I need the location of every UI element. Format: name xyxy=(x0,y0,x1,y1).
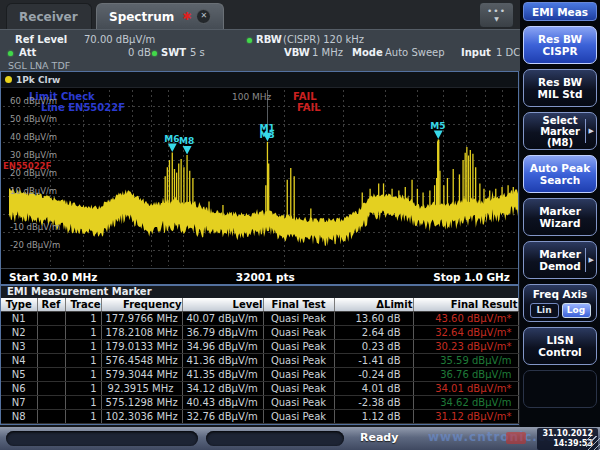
cell xyxy=(37,396,65,410)
marker-m5-icon[interactable] xyxy=(434,131,443,140)
y-axis-tick-label: -10 dBµV/m xyxy=(10,222,60,232)
watermark-logo xyxy=(506,432,526,444)
marker-row-N8[interactable]: N81102.3036 MHz32.76 dBµV/mQuasi Peak1.1… xyxy=(1,410,518,424)
submenu-arrow-icon: ▶ xyxy=(585,248,594,272)
spectrum-window: 1Pk Clrw Limit CheckFAILLine EN55022FFAI… xyxy=(0,71,519,285)
marker-row-N7[interactable]: N71575.1298 MHz40.43 dBµV/mQuasi Peak-2.… xyxy=(1,396,518,410)
y-axis-tick-label: 40 dBµV/m xyxy=(10,132,57,142)
cell: N3 xyxy=(1,340,37,354)
start-frequency[interactable]: Start 30.0 MHz xyxy=(9,271,97,283)
softkey-resbw-cispr[interactable]: Res BWCISPR xyxy=(523,26,597,64)
cell: 4.01 dB xyxy=(334,382,413,396)
trace-info-bar[interactable]: 1Pk Clrw xyxy=(1,72,518,88)
marker-row-N1[interactable]: N11177.9766 MHz40.07 dBµV/mQuasi Peak13.… xyxy=(1,312,518,326)
cell: 36.79 dBµV/m xyxy=(182,326,263,340)
settings-header: Ref Level 70.00 dBµV/m RBW (CISPR) 120 k… xyxy=(0,29,520,71)
cell: N4 xyxy=(1,354,37,368)
cell: N6 xyxy=(1,382,37,396)
softkey-autopeak-search[interactable]: Auto PeakSearch xyxy=(523,155,597,193)
cell: 2.64 dB xyxy=(334,326,413,340)
softkey-label: Select xyxy=(543,115,578,126)
marker-row-N5[interactable]: N51579.3044 MHz41.35 dBµV/mQuasi Peak-0.… xyxy=(1,368,518,382)
marker-label-m3: M3 xyxy=(259,130,274,140)
marker-row-N6[interactable]: N6192.3915 MHz34.12 dBµV/mQuasi Peak4.01… xyxy=(1,382,518,396)
softkey-label: Wizard xyxy=(539,217,580,229)
cell: Quasi Peak xyxy=(263,410,334,424)
tab-spectrum-label: Spectrum xyxy=(109,10,174,24)
cell: 1 xyxy=(65,382,101,396)
softkey-select-marker-m8[interactable]: SelectMarker(M8)▶ xyxy=(523,112,597,150)
swt-value[interactable]: 5 s xyxy=(190,47,205,58)
softkey-label: MIL Std xyxy=(538,88,583,100)
tab-spectrum[interactable]: Spectrum ✱ ✕ xyxy=(96,3,224,29)
grid-frequency-label: 100 MHz xyxy=(232,92,272,102)
softkey-freqaxis[interactable]: Freq AxisLinLog xyxy=(523,284,597,322)
mode-label: Mode xyxy=(352,47,383,58)
att-led-icon xyxy=(8,51,13,56)
toggle-option-log[interactable]: Log xyxy=(562,303,591,318)
softkey-marker-demod[interactable]: MarkerDemod▶ xyxy=(523,241,597,279)
column-header-finalresult: Final Result xyxy=(413,298,518,312)
softkey-lisn-control[interactable]: LISNControl xyxy=(523,327,597,365)
input-value[interactable]: 1 DC xyxy=(496,47,520,58)
stop-frequency[interactable]: Stop 1.0 GHz xyxy=(433,271,510,283)
chevron-down-icon: ▼ xyxy=(494,15,499,22)
rbw-value[interactable]: (CISPR) 120 kHz xyxy=(283,34,364,45)
status-bar: Ready www.cntronic.com 31.10.2012 14:39:… xyxy=(0,427,600,450)
softkey-marker-wizard[interactable]: MarkerWizard xyxy=(523,198,597,236)
cell: 41.35 dBµV/m xyxy=(182,368,263,382)
cell: Quasi Peak xyxy=(263,368,334,382)
softkey-empty-8[interactable] xyxy=(523,370,597,408)
cell xyxy=(37,382,65,396)
mode-value[interactable]: Auto Sweep xyxy=(385,47,445,58)
cell: -1.41 dB xyxy=(334,354,413,368)
spectrum-plot-svg: Limit CheckFAILLine EN55022FFAIL100 MHzE… xyxy=(1,88,518,268)
rbw-led-icon xyxy=(247,38,252,43)
column-header-finaltest: Final Test xyxy=(263,298,334,312)
final-result-cell: 34.62 dBµV/m xyxy=(413,396,518,410)
cell: 179.0133 MHz xyxy=(101,340,182,354)
marker-row-N2[interactable]: N21178.2108 MHz36.79 dBµV/mQuasi Peak2.6… xyxy=(1,326,518,340)
status-ready: Ready xyxy=(360,431,398,444)
spectrum-plot[interactable]: Limit CheckFAILLine EN55022FFAIL100 MHzE… xyxy=(1,88,518,268)
marker-row-N3[interactable]: N31179.0133 MHz34.96 dBµV/mQuasi Peak0.2… xyxy=(1,340,518,354)
close-icon[interactable]: ✕ xyxy=(196,9,211,24)
sweep-points[interactable]: 32001 pts xyxy=(236,271,295,283)
y-axis-tick-label: 60 dBµV/m xyxy=(10,96,57,106)
cell: Quasi Peak xyxy=(263,396,334,410)
final-result-cell: 43.60 dBµV/m* xyxy=(413,312,518,326)
display-menu-button[interactable]: ••• ▼ xyxy=(479,2,514,28)
marker-m6-icon[interactable] xyxy=(168,144,177,153)
limit-line xyxy=(9,147,518,160)
cell xyxy=(37,368,65,382)
column-header-level: Level xyxy=(182,298,263,312)
cell xyxy=(37,312,65,326)
marker-row-N4[interactable]: N41576.4548 MHz41.36 dBµV/mQuasi Peak-1.… xyxy=(1,354,518,368)
rbw-label: RBW xyxy=(256,34,282,45)
emi-marker-table-window: EMI Measurement Marker TypeRefTraceFrequ… xyxy=(0,285,519,425)
ref-level-value[interactable]: 70.00 dBµV/m xyxy=(84,34,155,45)
final-result-cell: 35.59 dBµV/m xyxy=(413,354,518,368)
cell xyxy=(37,354,65,368)
final-result-cell: 32.64 dBµV/m* xyxy=(413,326,518,340)
trace-label: 1Pk Clrw xyxy=(16,75,60,85)
cell: 1.12 dB xyxy=(334,410,413,424)
noise-trace xyxy=(9,188,518,246)
emi-marker-table: TypeRefTraceFrequencyLevelFinal TestΔLim… xyxy=(1,298,519,424)
softkey-resbw-milstd[interactable]: Res BWMIL Std xyxy=(523,69,597,107)
cell: 1 xyxy=(65,368,101,382)
marker-label-m8: M8 xyxy=(179,136,194,146)
tab-receiver[interactable]: Receiver xyxy=(6,3,92,29)
softkey-label: (M8) xyxy=(547,137,573,148)
softkey-label: Search xyxy=(540,174,581,186)
softkey-label: Res BW xyxy=(538,33,582,45)
cell: N8 xyxy=(1,410,37,424)
vbw-value[interactable]: 1 MHz xyxy=(312,47,343,58)
limit-line-result: FAIL xyxy=(297,102,321,113)
final-result-cell: 30.23 dBµV/m* xyxy=(413,340,518,354)
toggle-option-lin[interactable]: Lin xyxy=(530,303,559,318)
cell: 102.3036 MHz xyxy=(101,410,182,424)
att-value[interactable]: 0 dB xyxy=(128,47,151,58)
swt-led-icon xyxy=(152,51,157,56)
cell xyxy=(37,410,65,424)
